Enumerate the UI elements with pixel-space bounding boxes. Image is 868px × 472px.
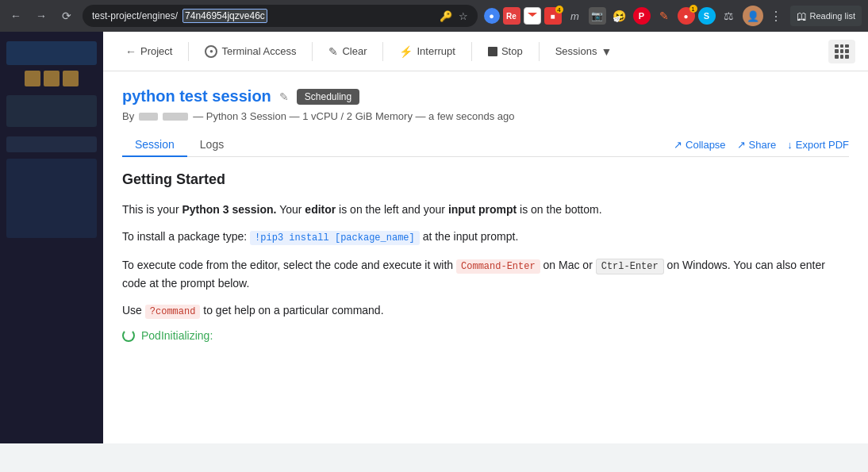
stop-button[interactable]: Stop (478, 40, 532, 62)
edit-icon[interactable]: ✎ (279, 90, 289, 103)
sidebar-header (6, 41, 97, 65)
session-header: python test session ✎ Scheduling (122, 87, 849, 106)
pinterest-icon[interactable]: P (633, 7, 651, 25)
grid-dot-5 (840, 49, 844, 53)
grid-dot-3 (845, 44, 849, 48)
extension-icons: ● Re ■ 4 m 📷 🤧 P ✎ ● 1 S ⚖ 👤 ⋮ 🕮 Reading… (484, 6, 862, 26)
share-label: Share (749, 139, 777, 151)
puzzle-icon[interactable]: ⚖ (719, 6, 739, 26)
avatar-1 (139, 113, 158, 121)
clear-label: Clear (342, 45, 367, 57)
export-pdf-button[interactable]: ↓ Export PDF (787, 139, 849, 151)
para3-text1: To execute code from the editor, select … (122, 259, 456, 271)
collapse-icon: ↗ (674, 139, 682, 151)
avatar-2 (163, 113, 188, 121)
ext5-icon[interactable]: m (565, 6, 586, 26)
key-icon: 🔑 (440, 10, 452, 22)
reload-button[interactable]: ⟳ (57, 6, 76, 25)
profile-icon[interactable]: 👤 (743, 6, 763, 26)
url-prefix: test-project/engines/ (92, 10, 178, 21)
back-button[interactable]: ← (6, 6, 25, 25)
camera-ext-icon[interactable]: 📷 (589, 7, 606, 25)
more-icon[interactable]: ⋮ (766, 6, 787, 26)
para1-text3: is on the left and your (336, 203, 448, 216)
session-content: python test session ✎ Scheduling By — Py… (103, 71, 868, 443)
download-icon: ↓ (787, 139, 793, 151)
pod-status: PodInitializing: (122, 329, 849, 342)
session-title: python test session (122, 87, 271, 106)
address-bar[interactable]: test-project/engines/74n46954jqzve46c 🔑 … (83, 5, 478, 27)
grid-icon (835, 44, 849, 59)
para-2: To install a package type: !pip3 install… (122, 228, 849, 246)
interrupt-button[interactable]: ⚡ Interrupt (390, 40, 464, 63)
para2-text1: To install a package type: (122, 230, 250, 243)
para1-bold1: Python 3 session. (182, 203, 276, 216)
sidebar-icons-row (0, 71, 103, 86)
sidebar-icon-2 (44, 71, 60, 86)
ext4-icon[interactable]: ■ 4 (544, 7, 562, 25)
forward-button[interactable]: → (32, 6, 51, 25)
sidebar-icon-1 (25, 71, 40, 86)
meta-by: By (122, 110, 134, 122)
session-meta: By — Python 3 Session — 1 vCPU / 2 GiB M… (122, 110, 849, 122)
ext10-icon[interactable]: ● 1 (678, 7, 695, 25)
scheduling-badge: Scheduling (297, 89, 359, 105)
grid-dot-4 (835, 49, 839, 53)
separator-2 (312, 42, 313, 61)
reading-list-panel[interactable]: 🕮 Reading list (790, 6, 862, 26)
sidebar-block-3 (6, 159, 97, 238)
clear-button[interactable]: ✎ Clear (319, 40, 376, 63)
para1-text2: Your (277, 203, 305, 216)
collapse-button[interactable]: ↗ Collapse (674, 139, 726, 151)
share-button[interactable]: ↗ Share (737, 139, 777, 151)
grid-dot-1 (835, 44, 839, 48)
terminal-access-button[interactable]: ● Terminal Access (195, 40, 305, 63)
para-4: Use ?command to get help on a particular… (122, 301, 849, 320)
command-enter-code: Command-Enter (456, 259, 540, 274)
separator-4 (471, 42, 472, 61)
tab-logs[interactable]: Logs (187, 133, 236, 157)
para1-bold2: editor (305, 203, 336, 216)
star-icon[interactable]: ☆ (459, 10, 468, 22)
para3-text2: on Mac or (540, 259, 596, 271)
browser-address-bar: ← → ⟳ test-project/engines/74n46954jqzve… (0, 0, 868, 32)
circle-icon: ● (484, 8, 500, 24)
para2-text2: at the input prompt. (420, 230, 519, 243)
sessions-label: Sessions (555, 45, 597, 57)
gmail-ext-icon[interactable] (524, 7, 541, 25)
grid-view-button[interactable] (828, 40, 855, 63)
ext9-icon[interactable]: ✎ (654, 6, 674, 26)
collapse-label: Collapse (686, 139, 726, 151)
ext7-icon[interactable]: 🤧 (609, 6, 630, 26)
url-highlighted: 74n46954jqzve46c (182, 9, 267, 23)
content-title: Getting Started (122, 171, 849, 188)
project-button[interactable]: ← Project (116, 40, 182, 63)
export-label: Export PDF (796, 139, 849, 151)
para1-bold3: input prompt (448, 203, 517, 216)
grid-dot-8 (840, 55, 844, 59)
terminal-access-label: Terminal Access (221, 45, 296, 57)
sessions-button[interactable]: Sessions ▼ (546, 40, 622, 63)
chevron-down-icon: ▼ (601, 45, 612, 58)
para1-text4: is on the bottom. (517, 203, 601, 216)
question-command-code: ?command (145, 305, 201, 319)
grid-dot-2 (840, 44, 844, 48)
separator-1 (188, 42, 189, 61)
arrow-left-icon: ← (125, 45, 136, 58)
pen-icon: ✎ (328, 45, 338, 58)
pod-spinner-icon (122, 329, 135, 342)
re-ext-icon[interactable]: Re (503, 7, 520, 25)
para1-text1: This is your (122, 203, 182, 216)
para4-text2: to get help on a particular command. (200, 304, 383, 317)
sidebar (0, 32, 103, 443)
interrupt-label: Interrupt (417, 45, 455, 57)
skype-icon[interactable]: S (698, 7, 716, 25)
separator-5 (539, 42, 540, 61)
lightning-icon: ⚡ (399, 45, 413, 58)
terminal-icon: ● (205, 45, 217, 58)
content-area: ← Project ● Terminal Access ✎ Clear ⚡ In… (103, 32, 868, 443)
toolbar: ← Project ● Terminal Access ✎ Clear ⚡ In… (103, 32, 868, 71)
para-3: To execute code from the editor, select … (122, 256, 849, 293)
meta-details: — Python 3 Session — 1 vCPU / 2 GiB Memo… (193, 110, 514, 122)
tab-session[interactable]: Session (122, 133, 187, 157)
